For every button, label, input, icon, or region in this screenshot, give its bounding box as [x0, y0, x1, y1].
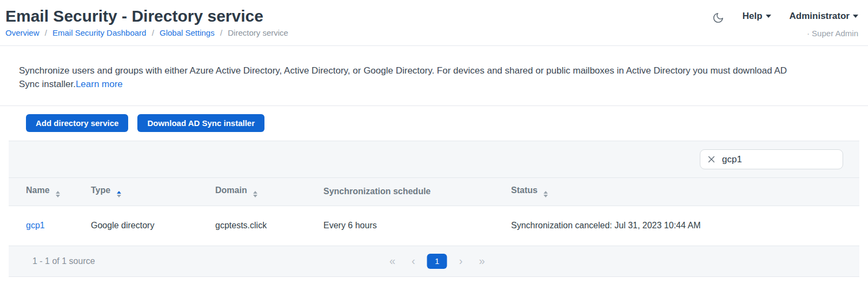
- column-header-synchronization-schedule: Synchronization schedule: [323, 178, 511, 206]
- column-header-domain[interactable]: Domain: [215, 178, 323, 206]
- table-footer: 1 - 1 of 1 source « ‹ 1 › »: [9, 246, 859, 277]
- breadcrumb-overview[interactable]: Overview: [5, 28, 39, 37]
- last-page-button[interactable]: »: [474, 255, 489, 267]
- cell-schedule: Every 6 hours: [323, 206, 511, 246]
- dark-mode-moon-icon[interactable]: [712, 11, 724, 24]
- breadcrumb-separator: /: [220, 28, 222, 37]
- breadcrumb-separator: /: [45, 28, 47, 37]
- help-menu[interactable]: Help: [743, 11, 771, 22]
- user-menu-block: Administrator · Super Admin: [790, 11, 858, 38]
- sort-icon: [253, 191, 257, 197]
- first-page-button[interactable]: «: [385, 255, 400, 267]
- breadcrumb-separator: /: [152, 28, 154, 37]
- add-directory-service-button[interactable]: Add directory service: [26, 114, 128, 132]
- column-label: Type: [91, 186, 110, 195]
- pagination: « ‹ 1 › »: [385, 254, 489, 269]
- clear-search-x-icon[interactable]: [707, 155, 716, 164]
- row-name-link[interactable]: gcp1: [26, 221, 45, 230]
- administrator-menu[interactable]: Administrator: [790, 11, 858, 21]
- cell-name: gcp1: [9, 206, 91, 246]
- user-role-label: · Super Admin: [790, 29, 858, 38]
- results-summary: 1 - 1 of 1 source: [32, 256, 95, 266]
- intro-section: Synchronize users and groups with either…: [0, 46, 868, 106]
- breadcrumb-global-settings[interactable]: Global Settings: [160, 28, 215, 37]
- chevron-down-icon: [853, 15, 858, 18]
- cell-type: Google directory: [91, 206, 215, 246]
- directory-services-table: Name Type Domain Synchronization schedul…: [9, 178, 859, 246]
- column-label: Synchronization schedule: [323, 187, 430, 196]
- administrator-menu-label: Administrator: [790, 11, 850, 21]
- breadcrumb-email-security-dashboard[interactable]: Email Security Dashboard: [52, 28, 146, 37]
- column-label: Name: [26, 186, 50, 195]
- intro-description: Synchronize users and groups with either…: [19, 64, 792, 91]
- column-label: Status: [511, 186, 538, 195]
- search-box: [700, 149, 843, 169]
- cell-domain: gcptests.click: [215, 206, 323, 246]
- header-right-controls: Help Administrator · Super Admin: [712, 11, 858, 38]
- search-input[interactable]: [722, 154, 842, 165]
- table-header-row: Name Type Domain Synchronization schedul…: [9, 178, 859, 206]
- column-header-status[interactable]: Status: [511, 178, 859, 206]
- actions-bar: Add directory service Download AD Sync i…: [0, 106, 868, 141]
- cell-status: Synchronization canceled: Jul 31, 2023 1…: [511, 206, 859, 246]
- help-menu-label: Help: [743, 11, 763, 21]
- previous-page-button[interactable]: ‹: [407, 255, 420, 267]
- next-page-button[interactable]: ›: [455, 255, 467, 267]
- table-row: gcp1 Google directory gcptests.click Eve…: [9, 206, 859, 246]
- download-ad-sync-installer-button[interactable]: Download AD Sync installer: [137, 114, 264, 132]
- sort-icon: [56, 191, 60, 197]
- search-row: [9, 141, 859, 178]
- intro-description-text: Synchronize users and groups with either…: [19, 65, 787, 89]
- page-1-button[interactable]: 1: [427, 254, 447, 269]
- chevron-down-icon: [766, 15, 771, 18]
- sort-ascending-icon: [117, 191, 121, 197]
- sort-icon: [544, 191, 548, 197]
- learn-more-link[interactable]: Learn more: [76, 79, 123, 89]
- column-header-name[interactable]: Name: [9, 178, 91, 206]
- column-label: Domain: [215, 186, 247, 195]
- page-header: Email Security - Directory service Overv…: [0, 0, 868, 46]
- breadcrumb-current: Directory service: [228, 28, 288, 37]
- column-header-type[interactable]: Type: [91, 178, 215, 206]
- directory-services-panel: Name Type Domain Synchronization schedul…: [9, 141, 859, 277]
